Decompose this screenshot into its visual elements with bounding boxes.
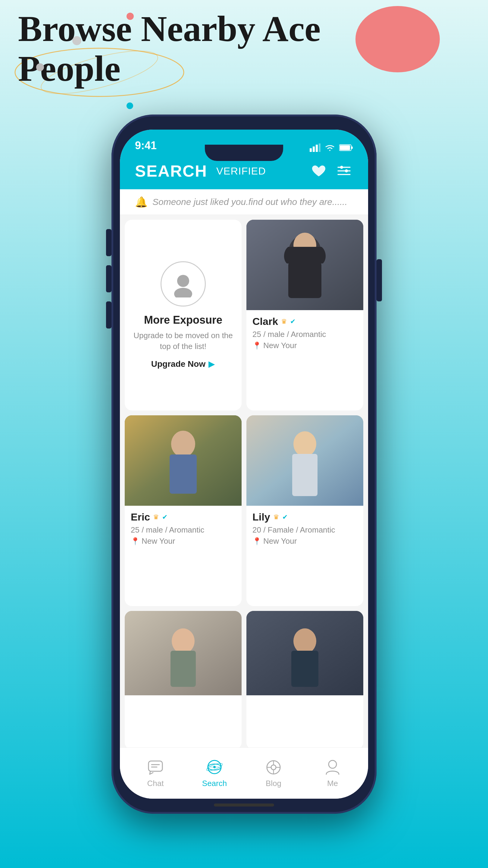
svg-rect-29 <box>292 454 318 496</box>
svg-rect-33 <box>170 651 196 687</box>
home-indicator[interactable] <box>214 804 274 807</box>
app-header: SEARCH VERIFIED <box>120 157 368 189</box>
svg-rect-20 <box>288 262 321 298</box>
nav-item-chat[interactable]: Chat <box>126 758 185 788</box>
silent-button <box>106 301 111 329</box>
promo-title: More Exposure <box>144 314 222 327</box>
header-verified: VERIFIED <box>216 165 266 177</box>
me-label: Me <box>327 779 338 788</box>
eric-name-row: Eric ♛ ✔ <box>131 511 235 523</box>
heart-icon <box>311 164 327 178</box>
clark-photo <box>247 220 363 310</box>
lily-crown-icon: ♛ <box>273 513 279 521</box>
dot-decoration-gray1 <box>72 36 82 45</box>
dot-decoration-pink <box>127 13 134 20</box>
dot-decoration-gray2 <box>36 63 44 71</box>
chat-icon <box>147 758 164 776</box>
nav-item-search[interactable]: Search <box>185 758 244 788</box>
upgrade-arrow-icon: ▶ <box>208 359 215 369</box>
lily-check-icon: ✔ <box>282 513 288 521</box>
notification-bar[interactable]: 🔔 Someone just liked you.find out who th… <box>120 189 368 215</box>
nav-item-blog[interactable]: Blog <box>244 758 303 788</box>
notification-text: Someone just liked you.find out who they… <box>153 197 347 207</box>
clark-details: 25 / male / Aromantic <box>253 330 357 339</box>
phone-screen: 9:41 <box>120 130 368 799</box>
battery-icon <box>339 144 353 151</box>
person3-photo <box>125 611 241 695</box>
clark-crown-icon: ♛ <box>281 318 287 326</box>
eric-check-icon: ✔ <box>162 513 167 521</box>
clark-info: Clark ♛ ✔ 25 / male / Aromantic 📍 New Yo… <box>247 310 363 356</box>
location-pin-icon-eric: 📍 <box>131 537 140 546</box>
lily-info: Lily ♛ ✔ 20 / Famale / Aromantic 📍 New Y… <box>247 506 363 552</box>
svg-point-34 <box>174 628 192 649</box>
person-card-3[interactable] <box>125 611 241 749</box>
person-card-clark[interactable]: Clark ♛ ✔ 25 / male / Aromantic 📍 New Yo… <box>247 220 363 410</box>
pink-blob-decoration <box>355 6 440 72</box>
eric-name: Eric <box>131 511 150 523</box>
phone-frame: 9:41 <box>111 115 377 814</box>
upgrade-button[interactable]: Upgrade Now <box>151 359 205 369</box>
header-icons <box>310 163 353 179</box>
people-grid: More Exposure Upgrade to be moved on the… <box>120 215 368 754</box>
promo-avatar <box>161 261 206 307</box>
eric-crown-icon: ♛ <box>153 513 159 521</box>
status-time: 9:41 <box>135 139 157 152</box>
nav-item-me[interactable]: Me <box>303 758 362 788</box>
svg-point-30 <box>296 432 314 452</box>
svg-point-14 <box>177 275 189 287</box>
person4-photo <box>247 611 363 695</box>
svg-point-12 <box>340 166 343 169</box>
blog-icon <box>264 758 283 776</box>
clark-name-row: Clark ♛ ✔ <box>253 315 357 327</box>
person-card-lily[interactable]: Lily ♛ ✔ 20 / Famale / Aromantic 📍 New Y… <box>247 415 363 606</box>
eric-details: 25 / male / Aromantic <box>131 525 235 535</box>
svg-rect-8 <box>351 147 353 149</box>
search-planet-icon <box>205 758 224 776</box>
clark-check-icon: ✔ <box>290 318 295 326</box>
chat-label: Chat <box>147 779 164 788</box>
svg-rect-3 <box>313 147 315 152</box>
eric-location: 📍 New Your <box>131 536 235 546</box>
location-pin-icon: 📍 <box>253 341 261 350</box>
clark-name: Clark <box>253 315 278 327</box>
person-card-4[interactable] <box>247 611 363 749</box>
wifi-icon <box>325 144 335 152</box>
power-button <box>377 259 382 301</box>
dot-decoration-teal <box>127 102 133 109</box>
search-label: Search <box>202 779 227 788</box>
lily-name: Lily <box>253 511 270 523</box>
background-title: Browse Nearby Ace People <box>18 9 321 89</box>
svg-point-13 <box>345 169 348 173</box>
svg-rect-39 <box>149 761 162 771</box>
blog-label: Blog <box>266 779 281 788</box>
default-avatar-icon <box>170 270 197 298</box>
header-title: SEARCH <box>135 161 207 180</box>
person-card-eric[interactable]: Eric ♛ ✔ 25 / male / Aromantic 📍 New You… <box>125 415 241 606</box>
bottom-navigation: Chat Search <box>120 747 368 799</box>
svg-rect-25 <box>170 455 197 494</box>
phone-notch <box>205 145 283 161</box>
volume-up-button <box>106 229 111 256</box>
filter-icon <box>336 164 352 178</box>
signal-icon <box>310 144 321 152</box>
clark-location: 📍 New Your <box>253 341 357 350</box>
me-icon <box>324 758 341 776</box>
eric-photo <box>125 415 241 506</box>
svg-rect-5 <box>319 144 321 152</box>
svg-rect-4 <box>316 145 318 152</box>
location-pin-icon-lily: 📍 <box>253 537 261 546</box>
svg-point-45 <box>213 766 216 768</box>
bg-title-line1: Browse Nearby Ace <box>18 9 321 49</box>
promo-card[interactable]: More Exposure Upgrade to be moved on the… <box>125 220 241 410</box>
volume-down-button <box>106 265 111 292</box>
lily-location: 📍 New Your <box>253 536 357 546</box>
filter-button[interactable] <box>335 163 353 179</box>
lily-name-row: Lily ♛ ✔ <box>253 511 357 523</box>
bg-title-line2: People <box>18 49 321 89</box>
svg-point-38 <box>296 628 314 649</box>
header-left: SEARCH VERIFIED <box>135 161 266 180</box>
heart-button[interactable] <box>310 163 328 179</box>
bell-icon: 🔔 <box>135 196 148 208</box>
svg-rect-37 <box>291 651 318 687</box>
